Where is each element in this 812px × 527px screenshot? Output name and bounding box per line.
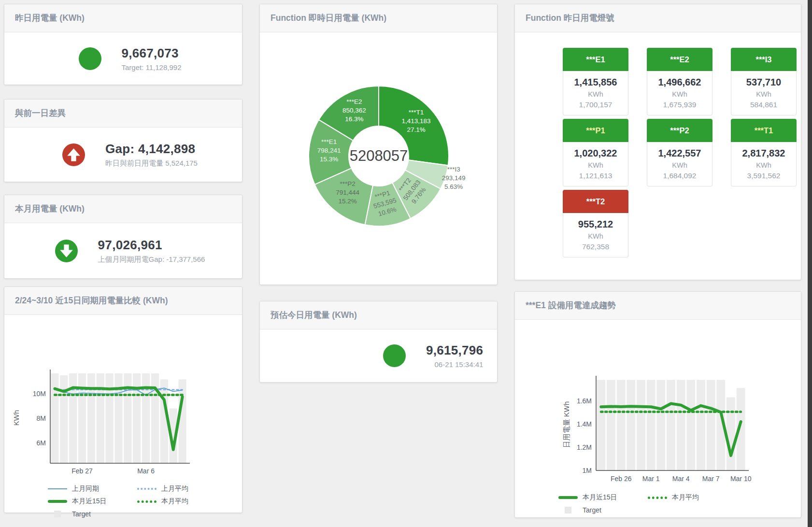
light-tile-body: 1,496,662KWh1,675,939 (647, 71, 712, 115)
light-tile-unit: KWh (731, 161, 796, 169)
x-tick-label: Feb 26 (611, 475, 632, 483)
card-yesterday-title: 昨日用電量 (KWh) (4, 4, 242, 32)
light-tile-value: 1,415,856 (563, 77, 628, 88)
yesterday-value: 9,667,073 (122, 46, 182, 61)
target-bar (106, 373, 114, 463)
forecast-value: 9,615,796 (426, 343, 483, 358)
legend-item[interactable]: Target (48, 509, 137, 519)
card-yesterday-usage: 昨日用電量 (KWh) 9,667,073 Target: 11,128,992 (4, 4, 242, 85)
legend-item[interactable]: 本月近15日 (558, 493, 648, 502)
yesterday-target: Target: 11,128,992 (122, 63, 182, 71)
light-tile-body: 537,710KWh584,861 (731, 71, 797, 115)
light-tile: ***T2955,212KWh762,358 (563, 190, 628, 257)
legend-swatch-icon (48, 488, 67, 489)
card-forecast: 預估今日用電量 (KWh) 9,615,796 06-21 15:34:41 (259, 301, 498, 383)
y-axis-title: KWh (12, 410, 20, 426)
legend-label: 本月平均 (161, 497, 188, 506)
card-month-title: 本月用電量 (KWh) (4, 195, 242, 223)
light-tile-unit: KWh (647, 161, 712, 169)
light-tile-value: 1,422,557 (647, 148, 712, 159)
light-tile-unit: KWh (563, 161, 628, 169)
legend-item[interactable]: 本月平均 (137, 497, 227, 506)
card-trend-title: ***E1 設備用電達成趨勢 (515, 292, 801, 320)
y-axis-title: 日用電量 KWh (562, 401, 570, 448)
green-status-circle-icon (383, 344, 406, 367)
legend-item[interactable]: Target (558, 505, 648, 515)
light-tile-unit: KWh (563, 232, 628, 240)
card-day-gap: 與前一日差異 Gap: 4,142,898 昨日與前日用電量 5,524,175 (4, 99, 242, 182)
target-bar (637, 380, 645, 470)
light-tile-target: 3,591,562 (731, 171, 796, 180)
light-tile-target: 584,861 (731, 100, 796, 109)
up-arrow-icon (62, 143, 85, 166)
month-kpi: 97,026,961 上個月同期用電Gap: -17,377,566 (4, 223, 242, 278)
light-tile-header: ***P1 (563, 119, 628, 142)
trend_line-legend: 本月近15日本月平均Target (558, 493, 801, 515)
legend-label: 本月平均 (672, 493, 699, 502)
light-tile-unit: KWh (647, 90, 712, 98)
light-tile-header: ***E2 (647, 48, 712, 71)
light-tile-body: 2,817,832KWh3,591,562 (731, 142, 797, 186)
light-tile-value: 955,212 (563, 219, 628, 230)
target-bar (686, 380, 695, 470)
target-bar (87, 373, 95, 463)
legend-swatch-icon (137, 488, 157, 490)
legend-item[interactable]: 本月近15日 (48, 497, 137, 506)
light-tile-unit: KWh (731, 90, 796, 98)
x-tick-label: Mar 1 (642, 475, 660, 483)
legend-swatch-icon (565, 507, 571, 513)
light-tile-body: 955,212KWh762,358 (563, 213, 628, 257)
day-gap-sub: 昨日與前日用電量 5,524,175 (105, 159, 198, 168)
card-compare-title: 2/24~3/10 近15日同期用電量比較 (KWh) (4, 287, 242, 315)
light-tile-header: ***I3 (731, 48, 797, 71)
target-bar (656, 380, 665, 470)
x-tick-label: Mar 10 (730, 475, 752, 483)
legend-label: 上月同期 (72, 484, 99, 493)
vertical-scrollbar[interactable] (808, 0, 812, 527)
legend-item[interactable]: 本月平均 (648, 493, 737, 502)
trend-chart-svg: 1M1.2M1.4M1.6MFeb 26Mar 1Mar 4Mar 7Mar 1… (515, 320, 798, 488)
light-tile-target: 1,684,092 (647, 171, 712, 180)
target-bar (647, 380, 655, 470)
light-tile-target: 1,121,613 (563, 171, 628, 180)
x-tick-label: Feb 27 (71, 467, 93, 475)
target-bar (97, 373, 104, 463)
x-tick-label: Mar 7 (702, 475, 720, 483)
light-tile-value: 1,496,662 (647, 77, 712, 88)
target-bar (727, 398, 735, 471)
y-tick-label: 6M (37, 439, 46, 447)
y-tick-label: 1M (583, 467, 592, 474)
green-status-circle-icon (79, 47, 101, 70)
card-lights-title: Function 昨日用電燈號 (515, 4, 801, 32)
legend-label: Target (583, 506, 601, 514)
month-value: 97,026,961 (98, 238, 205, 253)
light-tile-body: 1,415,856KWh1,700,157 (563, 71, 628, 115)
realtime-donut-svg: ***T11,413,18327.1%***I3293,1495.63%***T… (260, 32, 497, 284)
light-tile: ***E11,415,856KWh1,700,157 (563, 48, 628, 115)
forecast-timestamp: 06-21 15:34:41 (426, 360, 483, 369)
legend-label: 本月近15日 (72, 497, 107, 506)
y-tick-label: 1.6M (577, 397, 592, 405)
light-tile: ***T12,817,832KWh3,591,562 (731, 119, 797, 186)
y-tick-label: 10M (33, 390, 46, 398)
y-tick-label: 1.4M (577, 420, 592, 428)
light-tile: ***P21,422,557KWh1,684,092 (647, 119, 712, 186)
target-bar (60, 375, 68, 463)
light-tile: ***E21,496,662KWh1,675,939 (647, 48, 712, 115)
day-gap-value: Gap: 4,142,898 (105, 142, 198, 157)
target-bar (697, 380, 705, 470)
compare-chart-svg: 6M8M10MFeb 27Mar 6KWh (4, 315, 241, 479)
legend-swatch-icon (137, 500, 157, 503)
light-tile-target: 1,675,939 (647, 100, 712, 109)
light-tile-header: ***E1 (563, 48, 628, 71)
legend-swatch-icon (558, 496, 578, 499)
light-tile-body: 1,422,557KWh1,684,092 (647, 142, 712, 186)
light-tile-body: 1,020,322KWh1,121,613 (563, 142, 628, 186)
legend-item[interactable]: 上月同期 (48, 484, 137, 494)
light-tile-target: 762,358 (563, 242, 628, 251)
legend-label: 本月近15日 (583, 493, 617, 502)
light-tile-header: ***P2 (647, 119, 712, 142)
compare_line-legend: 上月同期上月平均本月近15日本月平均Target (48, 484, 242, 519)
legend-item[interactable]: 上月平均 (137, 484, 227, 494)
light-tile-value: 1,020,322 (563, 148, 628, 159)
